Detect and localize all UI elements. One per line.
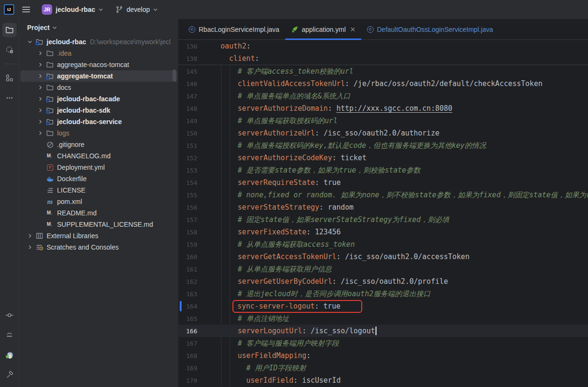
code-line-158[interactable]: 158serverFixedState: 123456 [178,226,588,238]
chevron-right-icon[interactable] [35,51,46,55]
line-number-164[interactable]: 164 [178,300,216,312]
tree-row-scratches-and-consoles[interactable]: Scratches and Consoles [20,242,177,253]
line-number-136[interactable]: 136 [178,40,216,52]
tree-row-jecloud-rbac-service[interactable]: jecloud-rbac-service [20,116,177,127]
tree-row-idea[interactable]: .idea [20,48,177,59]
line-number-138[interactable]: 138 [178,52,216,65]
code-line-170[interactable]: 170userIdField: iscUserId [178,374,588,387]
code-line-155[interactable]: 155# none,fixed or random. 如果为none，则不校验s… [178,189,588,201]
code-line-165[interactable]: 165# 单点注销地址 [178,312,588,325]
tab-rbacloginserviceimpl-java[interactable]: CRbacLoginServiceImpl.java [183,19,285,39]
line-number-160[interactable]: 160 [178,251,216,263]
tree-row-jecloud-rbac-sdk[interactable]: jecloud-rbac-sdk [20,105,177,116]
code-line-166[interactable]: 166serverLogoutUrl: /isc_sso/logout [178,325,588,337]
line-number-168[interactable]: 168 [178,349,216,362]
tree-row-external-libraries[interactable]: External Libraries [20,230,177,242]
project-panel-scrollbar[interactable] [173,69,176,82]
line-number-161[interactable]: 161 [178,263,216,275]
code-line-167[interactable]: 167# 客户端与服务端用户映射字段 [178,337,588,349]
chevron-down-icon[interactable] [25,40,35,44]
chevron-right-icon[interactable] [35,97,46,101]
main-menu-button[interactable] [19,2,33,17]
line-number-158[interactable]: 158 [178,226,216,238]
code-line-162[interactable]: 162serverGetUserByCodeUrl: /isc_sso/oaut… [178,275,588,288]
code-area[interactable]: 145# 客户端access_token校验的url146clientValid… [178,65,588,387]
code-line-148[interactable]: 148serverAuthorizeDomain: http://xxx.sgc… [178,102,588,115]
tree-row-jecloud-rbac[interactable]: jecloud-rbacD:\workspeace\mywork\jecl [20,36,177,48]
problems-tool-window-button[interactable] [2,328,17,342]
sticky-line-138[interactable]: 138client: [178,52,588,65]
tree-row-gitignore[interactable]: .gitignore [20,139,177,150]
code-line-152[interactable]: 152serverAuthorizeCodeKey: ticket [178,152,588,164]
tree-row-dockerfile[interactable]: Dockerfile [20,173,177,184]
tree-row-deployment-yml[interactable]: YDeployment.yml [20,162,177,173]
project-panel-header[interactable]: Project [19,19,178,36]
sticky-line-136[interactable]: 136oauth2: [178,40,588,52]
line-number-153[interactable]: 153 [178,164,216,176]
more-tool-windows-button[interactable] [2,91,17,105]
line-number-152[interactable]: 152 [178,152,216,164]
plugin-tool-window-button[interactable] [2,348,17,362]
code-line-150[interactable]: 150serverAuthorizeUrl: /isc_sso/oauth2.0… [178,127,588,139]
code-line-146[interactable]: 146clientValidAccessTokenUrl: /je/rbac/o… [178,77,588,90]
code-line-164[interactable]: 164sync-server-logout: true [178,300,588,312]
line-number-157[interactable]: 157 [178,213,216,226]
chevron-right-icon[interactable] [35,108,46,112]
code-line-147[interactable]: 147# 单点服务端单点的域名&系统入口 [178,90,588,102]
chevron-right-icon[interactable] [35,86,46,89]
chevron-right-icon[interactable] [35,131,46,135]
line-number-159[interactable]: 159 [178,238,216,251]
line-number-149[interactable]: 149 [178,115,216,127]
chevron-right-icon[interactable] [25,245,35,249]
chevron-right-icon[interactable] [35,63,46,67]
line-number-165[interactable]: 165 [178,312,216,325]
tree-row-aggregate-nacos-tomcat[interactable]: aggregate-nacos-tomcat [20,59,177,70]
yaml-value-link[interactable]: http://xxx.sgcc.com.cn:8080 [337,104,453,113]
tree-row-readme-md[interactable]: M↓README.md [20,207,177,219]
chevron-right-icon[interactable] [35,74,46,78]
code-line-149[interactable]: 149# 单点服务端获取授权码的url [178,115,588,127]
assistant-tool-window-button[interactable]: ? [2,43,17,57]
tree-row-docs[interactable]: docs [20,82,177,93]
line-number-147[interactable]: 147 [178,90,216,102]
code-line-169[interactable]: 169# 用户ID字段映射 [178,362,588,374]
tree-row-pom-xml[interactable]: mpom.xml [20,196,177,207]
project-widget[interactable]: JR jecloud-rbac [38,3,107,16]
line-number-151[interactable]: 151 [178,139,216,152]
vcs-branch-widget[interactable]: develop [112,4,162,15]
code-line-160[interactable]: 160serverGetAccessTokenUrl: /isc_sso/oau… [178,251,588,263]
tree-row-changelog-md[interactable]: M↓CHANGELOG.md [20,150,177,162]
line-number-163[interactable]: 163 [178,288,216,300]
line-number-169[interactable]: 169 [178,362,216,374]
structure-tool-window-button[interactable] [2,71,17,85]
line-number-148[interactable]: 148 [178,102,216,115]
tab-defaultoauthossloginserviceimpl-java[interactable]: CDefaultOauthOssLoginServiceImpl.java [361,19,499,39]
tab-application-yml[interactable]: application.yml✕ [285,19,361,39]
project-tool-window-button[interactable] [2,23,17,37]
code-line-145[interactable]: 145# 客户端access_token校验的url [178,65,588,77]
code-line-156[interactable]: 156serverStateStrategy: random [178,201,588,213]
line-number-154[interactable]: 154 [178,176,216,189]
line-number-155[interactable]: 155 [178,189,216,201]
code-line-161[interactable]: 161# 从单点服务端获取用户信息 [178,263,588,275]
close-tab-icon[interactable]: ✕ [350,26,356,33]
code-line-157[interactable]: 157# 固定state值，如果serverStateStrategy为fixe… [178,213,588,226]
code-line-159[interactable]: 159# 从单点服务端获取access_token [178,238,588,251]
build-tool-window-button[interactable] [2,368,17,382]
chevron-right-icon[interactable] [25,234,35,238]
code-line-154[interactable]: 154serverRequireState: true [178,176,588,189]
tree-row-aggregate-tomcat[interactable]: aggregate-tomcat [20,70,177,82]
tree-row-supplemental-license-md[interactable]: M↓SUPPLEMENTAL_LICENSE.md [20,219,177,230]
code-line-163[interactable]: 163# 退出jecloud时，是否同步调用oauth2服务端的退出接口 [178,288,588,300]
tree-row-logs[interactable]: logs [20,127,177,139]
chevron-right-icon[interactable] [35,120,46,124]
code-line-153[interactable]: 153# 是否需要state参数，如果为true，则校验state参数 [178,164,588,176]
line-number-146[interactable]: 146 [178,77,216,90]
line-number-170[interactable]: 170 [178,374,216,387]
line-number-166[interactable]: 166 [178,325,216,337]
line-number-145[interactable]: 145 [178,65,216,77]
code-line-168[interactable]: 168userFieldMapping: [178,349,588,362]
line-number-167[interactable]: 167 [178,337,216,349]
tree-row-license[interactable]: LICENSE [20,184,177,196]
line-number-156[interactable]: 156 [178,201,216,213]
